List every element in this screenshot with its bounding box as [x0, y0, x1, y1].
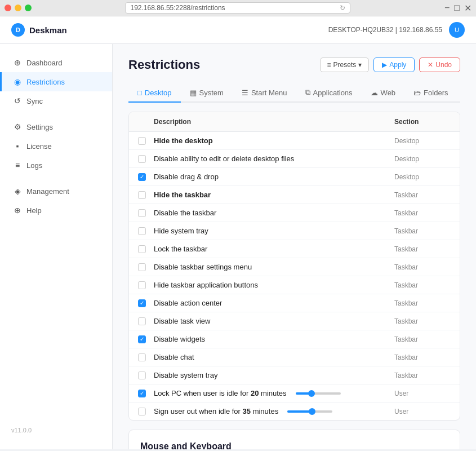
version-label: v11.0.0	[0, 420, 112, 440]
lock-pc-slider[interactable]	[296, 392, 341, 395]
table-row: Hide the taskbar Taskbar	[129, 186, 460, 204]
row-checkbox[interactable]	[138, 408, 154, 415]
row-checkbox[interactable]	[138, 372, 154, 379]
management-icon: ◈	[13, 187, 22, 196]
undo-button[interactable]: ✕ Undo	[419, 58, 460, 72]
startmenu-tab-label: Start Menu	[251, 89, 287, 97]
presets-label: Presets	[333, 61, 357, 69]
row-checkbox[interactable]	[138, 137, 154, 145]
checkbox-disable-drag[interactable]	[138, 173, 146, 181]
sidebar-label-logs: Logs	[26, 161, 42, 170]
checkbox-hide-taskbar[interactable]	[138, 191, 146, 199]
browser-window-buttons[interactable]	[5, 5, 32, 11]
tab-folders[interactable]: 🗁 Folders	[404, 83, 457, 103]
row-checkbox[interactable]	[138, 173, 154, 181]
sidebar-item-license[interactable]: ▪ License	[0, 136, 112, 156]
checkbox-disable-widgets[interactable]	[138, 335, 146, 343]
sidebar-item-sync[interactable]: ↺ Sync	[0, 91, 112, 110]
tab-system[interactable]: ▦ System	[181, 83, 233, 103]
row-desc-disable-chat: Disable chat	[154, 353, 394, 361]
row-checkbox[interactable]	[138, 335, 154, 343]
checkbox-lock-pc-idle[interactable]	[138, 390, 146, 397]
row-section-lock-pc: User	[394, 390, 451, 397]
apply-button[interactable]: ▶ Apply	[373, 58, 415, 72]
row-section-hide-taskbar: Taskbar	[394, 191, 451, 199]
content-area: Restrictions ≡ Presets ▾ ▶ Apply ✕ Undo	[113, 44, 476, 449]
sidebar-nav: ⊕ Dashboard ◉ Restrictions ↺ Sync ⚙ Sett…	[0, 53, 112, 420]
header-actions: ≡ Presets ▾ ▶ Apply ✕ Undo	[320, 58, 460, 72]
user-avatar[interactable]: U	[449, 22, 465, 38]
table-row: Lock the taskbar Taskbar	[129, 240, 460, 258]
checkbox-disable-taskbar-settings[interactable]	[138, 263, 146, 271]
row-section-hide-desktop: Desktop	[394, 137, 451, 145]
checkbox-hide-app-btns[interactable]	[138, 281, 146, 289]
app-name: Deskman	[29, 25, 67, 35]
checkbox-lock-taskbar[interactable]	[138, 245, 146, 253]
row-checkbox[interactable]	[138, 299, 154, 307]
refresh-icon[interactable]: ↻	[340, 4, 345, 12]
row-checkbox[interactable]	[138, 281, 154, 289]
row-checkbox[interactable]	[138, 353, 154, 361]
tab-web[interactable]: ☁ Web	[362, 83, 405, 103]
sidebar-item-settings[interactable]: ⚙ Settings	[0, 117, 112, 136]
row-checkbox[interactable]	[138, 191, 154, 199]
sidebar-item-management[interactable]: ◈ Management	[0, 182, 112, 201]
row-section-disable-drag: Desktop	[394, 173, 451, 181]
checkbox-disable-system-tray[interactable]	[138, 372, 146, 379]
checkbox-disable-taskbar[interactable]	[138, 209, 146, 217]
table-row: Disable action center Taskbar	[129, 294, 460, 312]
applications-tab-icon: ⧉	[305, 88, 310, 97]
folders-tab-label: Folders	[424, 89, 448, 97]
slider-thumb[interactable]	[308, 390, 315, 397]
tab-startmenu[interactable]: ☰ Start Menu	[233, 83, 296, 103]
row-desc-hide-tray: Hide system tray	[154, 227, 394, 235]
tab-desktop[interactable]: □ Desktop	[128, 83, 181, 103]
row-checkbox[interactable]	[138, 155, 154, 163]
sign-out-label: Sign user out when idle for 35 minutes	[154, 407, 278, 415]
sidebar-item-dashboard[interactable]: ⊕ Dashboard	[0, 53, 112, 72]
sidebar-label-license: License	[26, 142, 52, 151]
checkbox-disable-chat[interactable]	[138, 353, 146, 361]
minimize-window-button[interactable]	[15, 5, 21, 11]
slider-thumb[interactable]	[309, 408, 315, 415]
tab-applications[interactable]: ⧉ Applications	[296, 83, 362, 103]
sidebar-item-help[interactable]: ⊕ Help	[0, 201, 112, 220]
row-desc-disable-taskbar: Disable the taskbar	[154, 209, 394, 217]
apply-label: Apply	[389, 61, 406, 69]
checkbox-disable-action-center[interactable]	[138, 299, 146, 307]
row-checkbox[interactable]	[138, 245, 154, 253]
table-header: Description Section	[129, 112, 460, 132]
minimize-icon[interactable]: −	[444, 3, 450, 13]
row-checkbox[interactable]	[138, 317, 154, 325]
play-icon: ▶	[382, 61, 387, 69]
keyboard-title: Mouse and Keyboard	[140, 441, 448, 449]
row-checkbox[interactable]	[138, 227, 154, 235]
checkbox-disable-task-view[interactable]	[138, 317, 146, 325]
close-window-button[interactable]	[5, 5, 11, 11]
window-controls[interactable]: − □ ✕	[444, 3, 471, 14]
row-desc-disable-system-tray: Disable system tray	[154, 371, 394, 379]
header-section: Section	[394, 118, 451, 126]
checkbox-hide-tray[interactable]	[138, 227, 146, 235]
row-checkbox[interactable]	[138, 390, 154, 397]
license-icon: ▪	[13, 142, 22, 151]
address-bar[interactable]: 192.168.86.55:2288/restrictions ↻	[125, 2, 350, 14]
tabs: □ Desktop ▦ System ☰ Start Menu ⧉ Applic…	[128, 83, 460, 103]
checkbox-sign-out-idle[interactable]	[138, 408, 146, 415]
maximize-window-button[interactable]	[25, 5, 32, 11]
system-tab-label: System	[199, 89, 224, 97]
checkbox-disable-edit[interactable]	[138, 155, 146, 163]
maximize-icon[interactable]: □	[454, 3, 460, 13]
sign-out-slider[interactable]	[287, 410, 332, 413]
close-icon[interactable]: ✕	[464, 3, 471, 14]
presets-button[interactable]: ≡ Presets ▾	[320, 58, 370, 72]
row-desc-hide-desktop: Hide the desktop	[154, 136, 394, 145]
table-row: Disable the taskbar Taskbar	[129, 204, 460, 222]
sidebar-label-management: Management	[26, 187, 69, 196]
checkbox-hide-desktop[interactable]	[138, 137, 146, 145]
sidebar-item-restrictions[interactable]: ◉ Restrictions	[0, 72, 112, 91]
sidebar-item-logs[interactable]: ≡ Logs	[0, 156, 112, 175]
row-checkbox[interactable]	[138, 209, 154, 217]
table-row: Hide system tray Taskbar	[129, 222, 460, 240]
row-checkbox[interactable]	[138, 263, 154, 271]
